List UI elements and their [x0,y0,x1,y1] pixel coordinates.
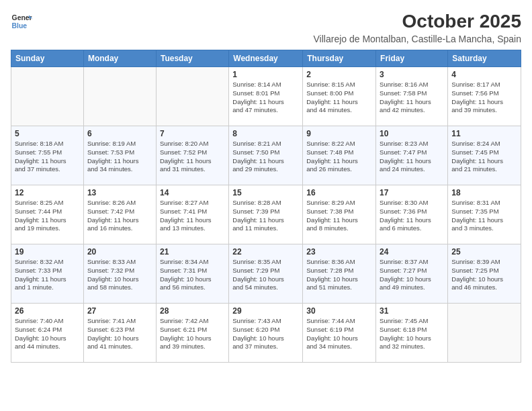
calendar-cell: 16Sunrise: 8:29 AM Sunset: 7:38 PM Dayli… [303,185,376,244]
day-number: 12 [15,188,80,197]
day-number: 3 [380,70,444,79]
day-info: Sunrise: 8:19 AM Sunset: 7:53 PM Dayligh… [87,140,152,174]
day-info: Sunrise: 7:45 AM Sunset: 6:18 PM Dayligh… [380,317,444,351]
day-number: 5 [15,129,80,138]
calendar-cell: 21Sunrise: 8:34 AM Sunset: 7:31 PM Dayli… [156,244,228,304]
calendar-cell: 30Sunrise: 7:44 AM Sunset: 6:19 PM Dayli… [303,304,376,363]
day-info: Sunrise: 8:31 AM Sunset: 7:35 PM Dayligh… [451,199,517,233]
calendar-cell: 24Sunrise: 8:37 AM Sunset: 7:27 PM Dayli… [376,244,448,304]
day-number: 11 [451,129,517,138]
calendar-cell: 8Sunrise: 8:21 AM Sunset: 7:50 PM Daylig… [229,126,303,185]
day-number: 26 [15,306,80,316]
day-number: 29 [232,306,299,316]
calendar-cell: 5Sunrise: 8:18 AM Sunset: 7:55 PM Daylig… [11,126,84,185]
day-number: 8 [232,129,299,138]
calendar-cell: 18Sunrise: 8:31 AM Sunset: 7:35 PM Dayli… [448,185,521,244]
day-number: 10 [380,129,444,138]
calendar-cell: 3Sunrise: 8:16 AM Sunset: 7:58 PM Daylig… [376,67,448,126]
day-info: Sunrise: 8:22 AM Sunset: 7:48 PM Dayligh… [306,140,372,174]
day-info: Sunrise: 7:42 AM Sunset: 6:21 PM Dayligh… [160,317,225,351]
day-info: Sunrise: 8:29 AM Sunset: 7:38 PM Dayligh… [306,199,372,233]
day-info: Sunrise: 8:33 AM Sunset: 7:32 PM Dayligh… [87,258,152,292]
day-info: Sunrise: 8:21 AM Sunset: 7:50 PM Dayligh… [232,140,299,174]
day-number: 27 [87,306,152,316]
calendar-cell: 9Sunrise: 8:22 AM Sunset: 7:48 PM Daylig… [303,126,376,185]
calendar-cell: 4Sunrise: 8:17 AM Sunset: 7:56 PM Daylig… [448,67,521,126]
day-number: 31 [380,306,444,316]
calendar-cell [448,304,521,363]
calendar-cell: 22Sunrise: 8:35 AM Sunset: 7:29 PM Dayli… [229,244,303,304]
day-number: 24 [380,247,444,257]
calendar-cell: 12Sunrise: 8:25 AM Sunset: 7:44 PM Dayli… [11,185,84,244]
day-number: 20 [87,247,152,257]
calendar-cell: 6Sunrise: 8:19 AM Sunset: 7:53 PM Daylig… [83,126,156,185]
day-info: Sunrise: 8:17 AM Sunset: 7:56 PM Dayligh… [451,81,517,115]
day-info: Sunrise: 8:14 AM Sunset: 8:01 PM Dayligh… [232,81,299,115]
calendar-cell: 11Sunrise: 8:24 AM Sunset: 7:45 PM Dayli… [448,126,521,185]
day-number: 22 [232,247,299,257]
calendar-cell: 1Sunrise: 8:14 AM Sunset: 8:01 PM Daylig… [229,67,303,126]
week-row-4: 19Sunrise: 8:32 AM Sunset: 7:33 PM Dayli… [11,244,521,304]
week-row-1: 1Sunrise: 8:14 AM Sunset: 8:01 PM Daylig… [11,67,521,126]
day-info: Sunrise: 8:16 AM Sunset: 7:58 PM Dayligh… [380,81,444,115]
day-info: Sunrise: 8:23 AM Sunset: 7:47 PM Dayligh… [380,140,444,174]
day-info: Sunrise: 8:24 AM Sunset: 7:45 PM Dayligh… [451,140,517,174]
calendar-cell: 25Sunrise: 8:39 AM Sunset: 7:25 PM Dayli… [448,244,521,304]
day-number: 7 [160,129,225,138]
calendar-cell: 15Sunrise: 8:28 AM Sunset: 7:39 PM Dayli… [229,185,303,244]
calendar-cell: 23Sunrise: 8:36 AM Sunset: 7:28 PM Dayli… [303,244,376,304]
day-info: Sunrise: 8:28 AM Sunset: 7:39 PM Dayligh… [232,199,299,233]
calendar-cell: 10Sunrise: 8:23 AM Sunset: 7:47 PM Dayli… [376,126,448,185]
day-number: 4 [451,70,517,79]
calendar-table: SundayMondayTuesdayWednesdayThursdayFrid… [11,50,521,363]
day-number: 14 [160,188,225,197]
day-header-saturday: Saturday [448,50,521,67]
day-info: Sunrise: 8:34 AM Sunset: 7:31 PM Dayligh… [160,258,225,292]
day-header-friday: Friday [376,50,448,67]
day-header-monday: Monday [83,50,156,67]
calendar-cell: 2Sunrise: 8:15 AM Sunset: 8:00 PM Daylig… [303,67,376,126]
day-info: Sunrise: 8:32 AM Sunset: 7:33 PM Dayligh… [15,258,80,292]
svg-text:Blue: Blue [12,22,28,30]
month-title: October 2025 [314,11,521,32]
day-number: 19 [15,247,80,257]
calendar-cell [11,67,84,126]
day-header-sunday: Sunday [11,50,84,67]
calendar-cell: 20Sunrise: 8:33 AM Sunset: 7:32 PM Dayli… [83,244,156,304]
calendar-cell: 17Sunrise: 8:30 AM Sunset: 7:36 PM Dayli… [376,185,448,244]
day-info: Sunrise: 8:35 AM Sunset: 7:29 PM Dayligh… [232,258,299,292]
calendar-cell: 26Sunrise: 7:40 AM Sunset: 6:24 PM Dayli… [11,304,84,363]
day-header-wednesday: Wednesday [229,50,303,67]
day-number: 18 [451,188,517,197]
day-info: Sunrise: 8:36 AM Sunset: 7:28 PM Dayligh… [306,258,372,292]
day-number: 21 [160,247,225,257]
day-info: Sunrise: 8:39 AM Sunset: 7:25 PM Dayligh… [451,258,517,292]
calendar-cell: 31Sunrise: 7:45 AM Sunset: 6:18 PM Dayli… [376,304,448,363]
logo: General Blue [11,11,32,32]
day-info: Sunrise: 8:20 AM Sunset: 7:52 PM Dayligh… [160,140,225,174]
calendar-cell [156,67,228,126]
day-info: Sunrise: 7:43 AM Sunset: 6:20 PM Dayligh… [232,317,299,351]
day-info: Sunrise: 8:18 AM Sunset: 7:55 PM Dayligh… [15,140,80,174]
day-header-thursday: Thursday [303,50,376,67]
day-number: 23 [306,247,372,257]
calendar-cell: 14Sunrise: 8:27 AM Sunset: 7:41 PM Dayli… [156,185,228,244]
day-header-tuesday: Tuesday [156,50,228,67]
title-block: October 2025 Villarejo de Montalban, Cas… [314,11,521,44]
day-info: Sunrise: 8:15 AM Sunset: 8:00 PM Dayligh… [306,81,372,115]
location-subtitle: Villarejo de Montalban, Castille-La Manc… [314,34,521,44]
calendar-cell [83,67,156,126]
calendar-cell: 28Sunrise: 7:42 AM Sunset: 6:21 PM Dayli… [156,304,228,363]
day-info: Sunrise: 8:27 AM Sunset: 7:41 PM Dayligh… [160,199,225,233]
day-number: 15 [232,188,299,197]
day-number: 25 [451,247,517,257]
logo-icon: General Blue [11,11,32,32]
day-number: 16 [306,188,372,197]
week-row-5: 26Sunrise: 7:40 AM Sunset: 6:24 PM Dayli… [11,304,521,363]
week-row-2: 5Sunrise: 8:18 AM Sunset: 7:55 PM Daylig… [11,126,521,185]
day-number: 1 [232,70,299,79]
day-number: 13 [87,188,152,197]
day-number: 6 [87,129,152,138]
calendar-cell: 7Sunrise: 8:20 AM Sunset: 7:52 PM Daylig… [156,126,228,185]
day-info: Sunrise: 8:37 AM Sunset: 7:27 PM Dayligh… [380,258,444,292]
